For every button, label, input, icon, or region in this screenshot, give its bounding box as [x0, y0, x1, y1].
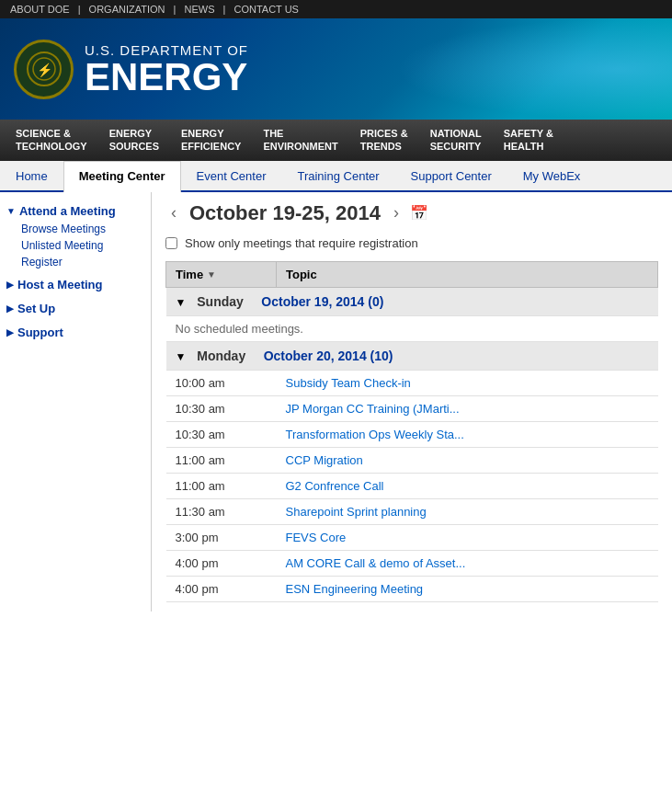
header-banner: ⚡ U.S. DEPARTMENT OF ENERGY [0, 18, 672, 120]
nav-science[interactable]: SCIENCE &TECHNOLOGY [5, 120, 98, 161]
tab-my-webex[interactable]: My WebEx [507, 161, 597, 190]
topbar-link-org[interactable]: ORGANIZATION [89, 4, 165, 15]
meeting-topic: Sharepoint Sprint planning [277, 498, 658, 524]
tab-event-center[interactable]: Event Center [181, 161, 282, 190]
meeting-topic: AM CORE Call & demo of Asset... [277, 550, 658, 576]
sidebar-attend-section: Attend a Meeting Browse Meetings Unliste… [5, 201, 146, 270]
sidebar-unlisted-meeting[interactable]: Unlisted Meeting [21, 237, 146, 254]
day-header-row: ▼ Monday October 20, 2014 (10) [166, 341, 658, 370]
cal-date-icon[interactable]: 📅 [410, 204, 428, 222]
meeting-time: 10:00 am [166, 370, 277, 395]
meeting-topic: FEVS Core [277, 524, 658, 550]
nav-energy-efficiency[interactable]: ENERGYEFFICIENCY [170, 120, 252, 161]
main-nav: SCIENCE &TECHNOLOGY ENERGYSOURCES ENERGY… [0, 120, 672, 161]
col-time-header[interactable]: Time ▼ [166, 261, 277, 287]
setup-label: Set Up [17, 302, 55, 315]
meeting-topic-link[interactable]: CCP Migration [286, 453, 363, 467]
tab-support-center[interactable]: Support Center [395, 161, 507, 190]
sidebar-setup[interactable]: Set Up [5, 299, 146, 318]
day-arrow[interactable]: ▼ [176, 350, 187, 363]
sec-nav: Home Meeting Center Event Center Trainin… [0, 161, 672, 192]
cal-prev-arrow[interactable]: ‹ [165, 203, 182, 223]
reg-row: Show only meetings that require registra… [165, 236, 658, 250]
support-label: Support [17, 326, 63, 339]
svg-text:⚡: ⚡ [36, 63, 52, 78]
support-arrow [6, 327, 14, 337]
meeting-topic-link[interactable]: G2 Confrence Call [286, 479, 384, 493]
topbar-link-news[interactable]: NEWS [184, 4, 214, 15]
sidebar-host-meeting[interactable]: Host a Meeting [5, 275, 146, 294]
top-bar: ABOUT DOE | ORGANIZATION | NEWS | CONTAC… [0, 0, 672, 18]
nav-safety[interactable]: SAFETY &HEALTH [493, 120, 564, 161]
nav-prices[interactable]: PRICES &TRENDS [349, 120, 419, 161]
meeting-time: 11:00 am [166, 447, 277, 473]
host-arrow [6, 280, 14, 290]
time-sort-icon: ▼ [207, 269, 216, 280]
meeting-time: 11:00 am [166, 473, 277, 498]
reg-checkbox[interactable] [165, 237, 177, 249]
meeting-topic-link[interactable]: ESN Engineering Meeting [286, 582, 424, 596]
main-content: ‹ October 19-25, 2014 › 📅 Show only meet… [152, 192, 672, 611]
table-row: 4:00 pm ESN Engineering Meeting [166, 576, 658, 601]
tab-meeting-center[interactable]: Meeting Center [63, 161, 181, 192]
sidebar-support[interactable]: Support [5, 323, 146, 342]
sidebar-host-section: Host a Meeting [5, 275, 146, 294]
day-header-row: ▼ Sunday October 19, 2014 (0) [166, 287, 658, 315]
meeting-topic-link[interactable]: AM CORE Call & demo of Asset... [286, 556, 466, 570]
reg-label: Show only meetings that require registra… [185, 236, 418, 250]
meeting-topic-link[interactable]: Sharepoint Sprint planning [286, 505, 427, 519]
nav-energy-sources[interactable]: ENERGYSOURCES [98, 120, 170, 161]
nav-environment[interactable]: THEENVIRONMENT [252, 120, 348, 161]
table-row: 10:30 am JP Morgan CC Training (JMarti..… [166, 395, 658, 421]
meeting-time: 11:30 am [166, 498, 277, 524]
day-arrow[interactable]: ▼ [176, 296, 187, 309]
meeting-topic: G2 Confrence Call [277, 473, 658, 498]
table-row: 11:30 am Sharepoint Sprint planning [166, 498, 658, 524]
sidebar-support-section: Support [5, 323, 146, 342]
cal-title: October 19-25, 2014 [189, 201, 381, 225]
tab-training-center[interactable]: Training Center [281, 161, 394, 190]
meeting-topic-link[interactable]: Subsidy Team Check-in [286, 376, 411, 390]
sidebar-attend-meeting[interactable]: Attend a Meeting [5, 201, 146, 221]
attend-label: Attend a Meeting [19, 204, 116, 218]
meeting-time: 10:30 am [166, 395, 277, 421]
meeting-topic: ESN Engineering Meeting [277, 576, 658, 601]
energy-text: ENERGY [85, 58, 248, 97]
day-name: Monday [197, 349, 259, 363]
meeting-topic-link[interactable]: FEVS Core [286, 531, 347, 544]
sidebar-browse-meetings[interactable]: Browse Meetings [21, 221, 146, 237]
meeting-time: 10:30 am [166, 421, 277, 447]
topbar-link-contact[interactable]: CONTACT US [233, 4, 299, 15]
table-row: 11:00 am CCP Migration [166, 447, 658, 473]
meeting-topic-link[interactable]: JP Morgan CC Training (JMarti... [286, 402, 460, 416]
sidebar-setup-section: Set Up [5, 299, 146, 318]
host-label: Host a Meeting [17, 278, 102, 291]
table-row: 4:00 pm AM CORE Call & demo of Asset... [166, 550, 658, 576]
meeting-topic-link[interactable]: Transformation Ops Weekly Sta... [286, 428, 464, 441]
doe-logo: ⚡ [14, 40, 74, 99]
meeting-time: 3:00 pm [166, 524, 277, 550]
attend-arrow [6, 206, 16, 216]
setup-arrow [6, 303, 14, 314]
cal-next-arrow[interactable]: › [388, 203, 404, 223]
sidebar-attend-sub: Browse Meetings Unlisted Meeting Registe… [5, 221, 146, 270]
table-row: 10:30 am Transformation Ops Weekly Sta..… [166, 421, 658, 447]
topbar-link-about[interactable]: ABOUT DOE [10, 4, 70, 15]
day-date: October 20, 2014 (10) [264, 349, 393, 363]
no-meetings-text: No scheduled meetings. [166, 315, 658, 341]
meeting-topic: CCP Migration [277, 447, 658, 473]
meeting-topic: JP Morgan CC Training (JMarti... [277, 395, 658, 421]
table-row: 3:00 pm FEVS Core [166, 524, 658, 550]
sidebar-register[interactable]: Register [21, 254, 146, 270]
nav-national-security[interactable]: NATIONALSECURITY [419, 120, 493, 161]
day-name: Sunday [197, 294, 257, 309]
meeting-time: 4:00 pm [166, 576, 277, 601]
meeting-time: 4:00 pm [166, 550, 277, 576]
tab-home[interactable]: Home [0, 161, 63, 190]
table-row: 11:00 am G2 Confrence Call [166, 473, 658, 498]
col-topic-header: Topic [277, 261, 658, 287]
meeting-topic: Subsidy Team Check-in [277, 370, 658, 395]
sidebar: Attend a Meeting Browse Meetings Unliste… [0, 192, 152, 611]
cal-header: ‹ October 19-25, 2014 › 📅 [165, 201, 658, 225]
doe-text: U.S. DEPARTMENT OF ENERGY [85, 42, 248, 97]
